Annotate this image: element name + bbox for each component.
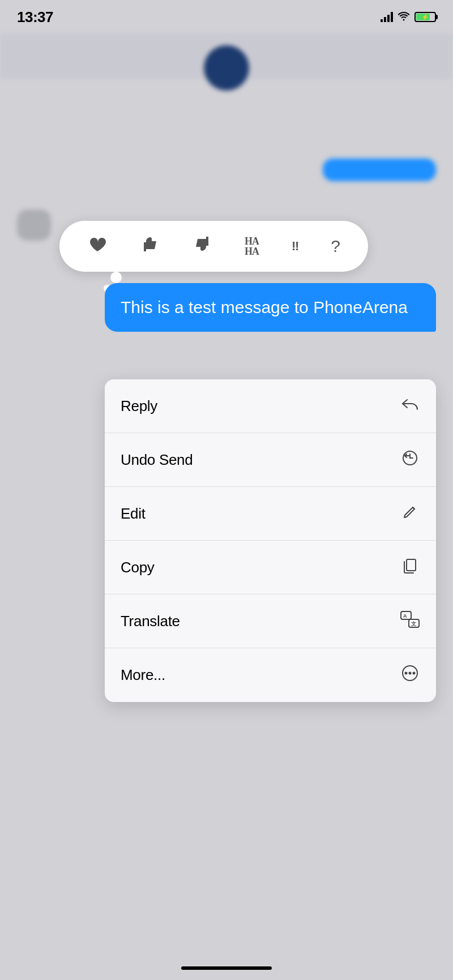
menu-item-more[interactable]: More... xyxy=(105,648,436,702)
undo-send-label: Undo Send xyxy=(121,451,193,469)
translate-icon: A 文 xyxy=(400,611,420,632)
reply-label: Reply xyxy=(121,397,157,415)
edit-label: Edit xyxy=(121,505,146,523)
reaction-heart[interactable] xyxy=(84,232,110,260)
menu-item-undo-send[interactable]: Undo Send xyxy=(105,433,436,487)
avatar-blur xyxy=(204,45,249,91)
signal-icon xyxy=(381,12,393,22)
menu-item-translate[interactable]: Translate A 文 xyxy=(105,594,436,648)
reaction-haha[interactable]: HAHA xyxy=(242,233,262,259)
battery-icon: ⚡ xyxy=(414,12,436,22)
reply-icon xyxy=(400,396,420,416)
edit-icon xyxy=(400,504,420,523)
menu-item-edit[interactable]: Edit xyxy=(105,487,436,541)
menu-item-reply[interactable]: Reply xyxy=(105,379,436,433)
svg-point-9 xyxy=(413,673,415,674)
message-text: This is a test message to PhoneArena xyxy=(121,298,408,316)
svg-point-8 xyxy=(409,673,411,674)
status-bar: 13:37 ⚡ xyxy=(0,0,453,34)
undo-send-icon xyxy=(400,450,420,470)
context-menu: Reply Undo Send Edit xyxy=(105,379,436,702)
more-label: More... xyxy=(121,666,165,684)
reaction-popup: HAHA ‼ ? xyxy=(59,221,368,272)
wifi-icon xyxy=(398,11,410,24)
more-icon xyxy=(400,665,420,686)
svg-rect-1 xyxy=(407,559,416,571)
msg-blur-right xyxy=(323,159,436,181)
home-indicator xyxy=(181,966,272,970)
message-bubble: This is a test message to PhoneArena xyxy=(105,283,436,332)
menu-item-copy[interactable]: Copy xyxy=(105,541,436,594)
status-icons: ⚡ xyxy=(381,11,436,24)
copy-label: Copy xyxy=(121,559,155,576)
svg-text:A: A xyxy=(403,613,407,619)
copy-icon xyxy=(400,557,420,578)
svg-point-7 xyxy=(405,673,407,674)
reaction-exclaim[interactable]: ‼ xyxy=(289,236,301,256)
screen: 13:37 ⚡ xyxy=(0,0,453,980)
status-time: 13:37 xyxy=(17,8,53,26)
reaction-thumbsup[interactable] xyxy=(138,232,163,261)
translate-label: Translate xyxy=(121,613,180,630)
svg-text:文: 文 xyxy=(411,621,416,627)
msg-blur-left xyxy=(17,209,51,241)
reaction-thumbsdown[interactable] xyxy=(190,232,215,261)
reaction-question[interactable]: ? xyxy=(328,234,343,259)
